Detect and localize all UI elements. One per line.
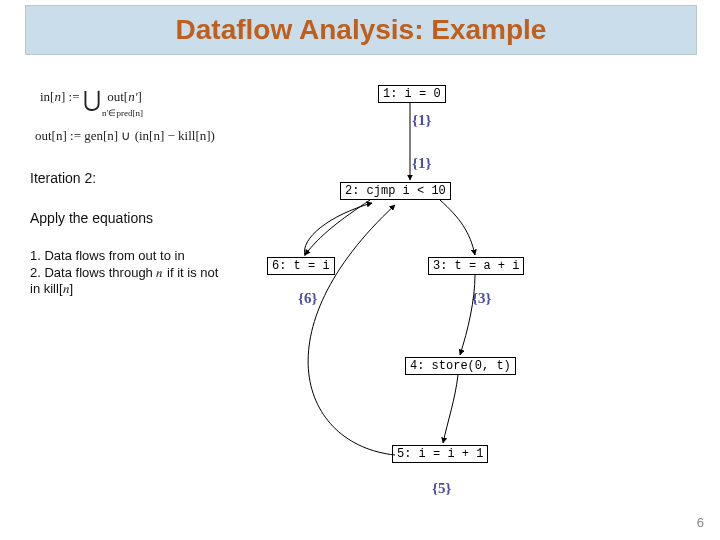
node-4: 4: store(0, t) (405, 357, 516, 375)
equation-in-subscript: n′∈pred[n] (102, 108, 143, 118)
rule-2a: 2. Data flows through 𝑛 if it is not (30, 265, 218, 281)
page-number: 6 (697, 515, 704, 530)
node-2: 2: cjmp i < 10 (340, 182, 451, 200)
set-in-2: {1} (412, 155, 431, 172)
equation-out: out[n] := gen[n] ∪ (in[n] − kill[n]) (35, 128, 215, 144)
node-6: 6: t = i (267, 257, 335, 275)
node-3: 3: t = a + i (428, 257, 524, 275)
title-bar: Dataflow Analysis: Example (25, 5, 697, 55)
iteration-label: Iteration 2: (30, 170, 96, 186)
apply-label: Apply the equations (30, 210, 153, 226)
set-out-5: {5} (432, 480, 451, 497)
set-out-6: {6} (298, 290, 317, 307)
rule-1: 1. Data flows from out to in (30, 248, 185, 264)
set-out-3: {3} (472, 290, 491, 307)
node-1: 1: i = 0 (378, 85, 446, 103)
slide-title: Dataflow Analysis: Example (176, 14, 547, 46)
node-5: 5: i = i + 1 (392, 445, 488, 463)
set-out-1: {1} (412, 112, 431, 129)
rule-2b: in kill[𝑛] (30, 281, 73, 297)
